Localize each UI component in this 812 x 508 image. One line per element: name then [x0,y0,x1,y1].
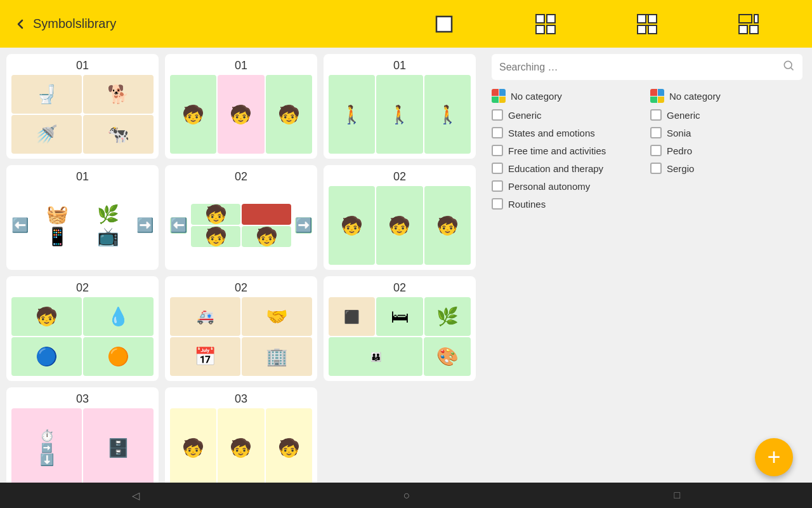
svg-rect-0 [436,17,452,32]
header: Symbolslibrary [0,0,812,48]
category-no-category-2[interactable]: No category [650,89,802,103]
card-2[interactable]: 01 🧒 🧒 🧒 [165,54,317,159]
card-number: 03 [76,392,89,406]
category-generic-2[interactable]: Generic [650,109,802,121]
card-cell: 🧺 [32,204,82,225]
card-number: 02 [393,281,406,295]
card-number: 01 [76,59,89,72]
add-fab-button[interactable]: + [755,438,793,476]
card-9[interactable]: 02 ⬛ 🛏 🌿 👪 🎨 [324,276,476,381]
card-number: 02 [76,281,89,295]
category-label: Sergio [667,163,694,174]
category-label: Pedro [667,145,692,156]
recents-nav-icon[interactable]: □ [674,490,680,501]
category-label: Sonia [667,128,691,138]
color-grid-icon-2 [650,89,664,103]
card-cell: 🔵 [11,337,82,376]
card-cell: 🗄️ [83,408,154,487]
card-1[interactable]: 01 🚽 🐕 🚿 🐄 [6,54,159,159]
card-cell: 🧒 [191,226,240,247]
card-cell: 🧒 [170,408,216,487]
checkbox-pedro[interactable] [650,145,662,156]
card-7[interactable]: 02 🧒 💧 🔵 🟠 [6,276,159,381]
category-no-category-1[interactable]: No category [492,89,644,103]
grid-4-icon [533,11,558,37]
card-cell: ⬅️ [170,217,187,234]
card-cell: 🧒 [329,186,375,265]
card-cell: 👪 [329,337,422,376]
card-cell: 📱 [32,226,82,247]
category-label: Free time and activities [508,145,606,156]
card-cell: 🟠 [83,337,154,376]
svg-rect-6 [648,15,657,23]
checkbox-generic-1[interactable] [492,109,503,121]
back-button[interactable]: Symbolslibrary [13,17,116,32]
category-education[interactable]: Education and therapy [492,163,644,174]
checkbox-education[interactable] [492,163,503,174]
layout-3-button[interactable] [596,11,698,37]
layout-2-button[interactable] [495,11,596,37]
card-cell: 🧒 [191,204,240,225]
card-cell: 🧒 [266,408,312,487]
card-3[interactable]: 01 🚶 🚶 🚶 [324,54,476,159]
checkbox-states[interactable] [492,127,503,138]
card-grid: 01 🚽 🐕 🚿 🐄 01 🧒 🧒 🧒 01 🚶 🚶 🚶 [0,48,482,508]
category-personal-autonomy[interactable]: Personal autonomy [492,180,644,192]
card-10[interactable]: 03 ⏱️ ➡️ ⬇️ 🗄️ [6,387,159,492]
card-cell: 💧 [83,297,154,336]
grid-partial-icon [736,11,761,37]
category-routines[interactable]: Routines [492,198,644,210]
svg-rect-11 [739,15,752,23]
card-cell: 🧒 [218,408,264,487]
category-label: Routines [508,199,546,210]
checkbox-routines[interactable] [492,198,503,210]
card-cell: ⏱️ ➡️ ⬇️ [11,408,82,487]
category-generic-1[interactable]: Generic [492,109,644,121]
svg-rect-12 [754,15,758,23]
header-title: Symbolslibrary [33,17,116,31]
search-bar[interactable] [492,54,802,80]
category-states-emotions[interactable]: States and emotions [492,127,644,138]
square-icon [431,11,457,37]
layout-1-button[interactable] [393,11,495,37]
grid-4-alt-icon [634,11,660,37]
checkbox-sonia[interactable] [650,127,662,138]
category-sonia[interactable]: Sonia [650,127,802,138]
layout-4-button[interactable] [698,11,799,37]
category-pedro[interactable]: Pedro [650,145,802,156]
card-cell: 🚽 [11,75,82,114]
svg-rect-14 [750,25,758,34]
category-free-time[interactable]: Free time and activities [492,145,644,156]
home-nav-icon[interactable]: ○ [403,489,410,502]
card-cell: ➡️ [136,217,154,234]
card-number: 03 [235,392,247,406]
card-6[interactable]: 02 🧒 🧒 🧒 [324,165,476,270]
card-cell: 🎨 [424,337,471,376]
checkbox-sergio[interactable] [650,163,662,174]
right-panel: No category Generic States and emotions … [482,48,812,508]
svg-rect-3 [536,25,544,34]
checkbox-generic-2[interactable] [650,109,662,121]
card-4[interactable]: 01 ⬅️ 🧺 🌿 📱 📺 ➡️ [6,165,159,270]
bottom-navigation-bar: ◁ ○ □ [0,483,812,508]
card-cell [242,204,291,225]
category-label: States and emotions [508,128,595,138]
card-cell: 🧒 [170,75,216,154]
category-label: No category [511,91,562,102]
back-nav-icon[interactable]: ◁ [132,490,140,502]
card-cell: 🚶 [329,75,375,154]
card-cell: 🧒 [218,75,264,154]
card-8[interactable]: 02 🚑 🤝 📅 🏢 [165,276,317,381]
card-11[interactable]: 03 🧒 🧒 🧒 [165,387,317,492]
card-cell: 📅 [170,337,240,376]
card-cell: ➡️ [295,217,312,234]
search-input[interactable] [499,62,782,73]
checkbox-personal-autonomy[interactable] [492,180,503,192]
svg-rect-4 [547,25,555,34]
checkbox-free-time[interactable] [492,145,503,156]
category-sergio[interactable]: Sergio [650,163,802,174]
categories-right: No category Generic Sonia Pedro Sergio [650,89,802,210]
add-icon: + [767,446,780,469]
card-5[interactable]: 02 ⬅️ 🧒 🧒 🧒 ➡️ [165,165,317,270]
svg-rect-13 [739,25,747,34]
